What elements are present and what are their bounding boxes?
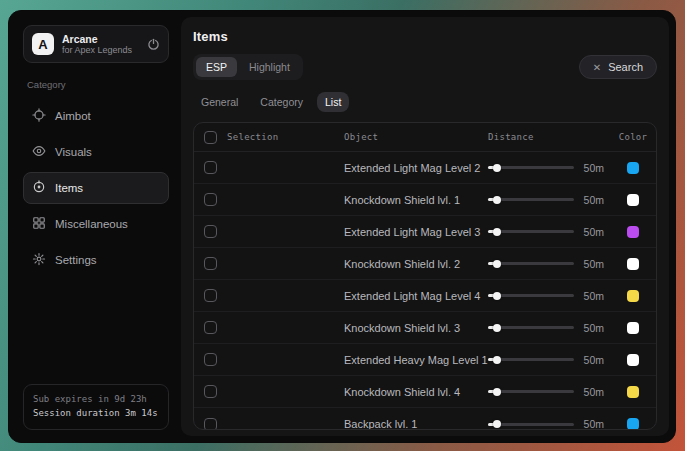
slider-thumb[interactable]	[493, 388, 501, 396]
slider-thumb[interactable]	[493, 420, 501, 428]
object-name: Knockdown Shield lvl. 3	[344, 322, 488, 334]
table-row: Knockdown Shield lvl. 1 50m	[194, 184, 656, 216]
grid-icon	[32, 216, 46, 232]
object-name: Knockdown Shield lvl. 4	[344, 386, 488, 398]
sidebar: A Arcane for Apex Legends Category Aimbo…	[15, 17, 175, 436]
tab-highlight[interactable]: Highlight	[239, 57, 300, 77]
app-header-card: A Arcane for Apex Legends	[23, 25, 169, 63]
subscription-info-card: Sub expires in 9d 23h Session duration 3…	[23, 384, 169, 430]
slider-thumb[interactable]	[493, 228, 501, 236]
distance-value: 50m	[584, 162, 604, 174]
distance-slider[interactable]	[488, 198, 574, 201]
object-name: Backpack lvl. 1	[344, 418, 488, 430]
table-row: Extended Light Mag Level 3 50m	[194, 216, 656, 248]
row-checkbox[interactable]	[204, 353, 217, 366]
distance-value: 50m	[584, 290, 604, 302]
row-checkbox[interactable]	[204, 193, 217, 206]
color-swatch[interactable]	[627, 226, 639, 238]
object-name: Extended Light Mag Level 3	[344, 226, 488, 238]
row-checkbox[interactable]	[204, 321, 217, 334]
row-checkbox[interactable]	[204, 161, 217, 174]
distance-slider[interactable]	[488, 423, 574, 426]
session-duration-text: Session duration 3m 14s	[33, 407, 159, 421]
color-swatch[interactable]	[627, 322, 639, 334]
mode-segmented-control: ESP Highlight	[193, 54, 303, 80]
color-swatch[interactable]	[627, 354, 639, 366]
tab-list[interactable]: List	[317, 92, 349, 112]
distance-slider[interactable]	[488, 358, 574, 361]
sidebar-item-label: Items	[55, 182, 83, 194]
slider-thumb[interactable]	[493, 196, 501, 204]
view-tabs: General Category List	[193, 92, 657, 112]
table-row: Knockdown Shield lvl. 4 50m	[194, 376, 656, 408]
distance-value: 50m	[584, 418, 604, 430]
table-row: Knockdown Shield lvl. 2 50m	[194, 248, 656, 280]
distance-slider[interactable]	[488, 166, 574, 169]
power-icon[interactable]	[147, 38, 160, 51]
tab-category[interactable]: Category	[252, 92, 311, 112]
sidebar-item-label: Settings	[55, 254, 97, 266]
table-row: Extended Light Mag Level 4 50m	[194, 280, 656, 312]
object-name: Extended Heavy Mag Level 1	[344, 354, 488, 366]
color-swatch[interactable]	[627, 162, 639, 174]
search-button-label: Search	[608, 61, 643, 73]
color-swatch[interactable]	[627, 418, 639, 430]
row-checkbox[interactable]	[204, 385, 217, 398]
object-name: Extended Light Mag Level 4	[344, 290, 488, 302]
close-icon: ✕	[593, 62, 601, 73]
distance-value: 50m	[584, 354, 604, 366]
row-checkbox[interactable]	[204, 289, 217, 302]
object-name: Extended Light Mag Level 2	[344, 162, 488, 174]
row-checkbox[interactable]	[204, 257, 217, 270]
distance-slider[interactable]	[488, 326, 574, 329]
table-row: Extended Heavy Mag Level 1 50m	[194, 344, 656, 376]
sidebar-item-aimbot[interactable]: Aimbot	[23, 100, 169, 132]
column-header-selection: Selection	[227, 132, 278, 142]
page-title: Items	[193, 29, 657, 44]
row-checkbox[interactable]	[204, 418, 217, 431]
select-all-checkbox[interactable]	[204, 131, 217, 144]
table-row: Knockdown Shield lvl. 3 50m	[194, 312, 656, 344]
slider-thumb[interactable]	[493, 324, 501, 332]
app-logo: A	[32, 33, 54, 55]
distance-slider[interactable]	[488, 294, 574, 297]
sidebar-item-settings[interactable]: Settings	[23, 244, 169, 276]
eye-icon	[32, 144, 46, 160]
slider-thumb[interactable]	[493, 260, 501, 268]
crosshair-icon	[32, 108, 46, 124]
sidebar-item-label: Aimbot	[55, 110, 91, 122]
sidebar-item-visuals[interactable]: Visuals	[23, 136, 169, 168]
category-section-label: Category	[27, 79, 169, 90]
target-icon	[32, 180, 46, 196]
distance-value: 50m	[584, 258, 604, 270]
app-window: A Arcane for Apex Legends Category Aimbo…	[8, 10, 676, 443]
slider-thumb[interactable]	[493, 164, 501, 172]
color-swatch[interactable]	[627, 258, 639, 270]
sidebar-nav: Aimbot Visuals Items	[23, 100, 169, 276]
slider-thumb[interactable]	[493, 356, 501, 364]
main-panel: Items ESP Highlight ✕ Search General Cat…	[181, 17, 669, 436]
object-name: Knockdown Shield lvl. 2	[344, 258, 488, 270]
distance-value: 50m	[584, 194, 604, 206]
sidebar-item-label: Miscellaneous	[55, 218, 128, 230]
search-button[interactable]: ✕ Search	[579, 55, 657, 79]
items-table: Selection Object Distance Color Extended…	[193, 122, 657, 430]
tab-general[interactable]: General	[193, 92, 246, 112]
column-header-object: Object	[344, 132, 488, 142]
tab-esp[interactable]: ESP	[196, 57, 237, 77]
column-header-distance: Distance	[488, 132, 610, 142]
distance-slider[interactable]	[488, 230, 574, 233]
row-checkbox[interactable]	[204, 225, 217, 238]
sidebar-item-miscellaneous[interactable]: Miscellaneous	[23, 208, 169, 240]
color-swatch[interactable]	[627, 290, 639, 302]
gear-icon	[32, 252, 46, 268]
color-swatch[interactable]	[627, 194, 639, 206]
distance-value: 50m	[584, 386, 604, 398]
table-body: Extended Light Mag Level 2 50m Knockdown…	[194, 152, 656, 430]
sidebar-item-items[interactable]: Items	[23, 172, 169, 204]
distance-slider[interactable]	[488, 390, 574, 393]
slider-thumb[interactable]	[493, 292, 501, 300]
distance-slider[interactable]	[488, 262, 574, 265]
sidebar-item-label: Visuals	[55, 146, 92, 158]
color-swatch[interactable]	[627, 386, 639, 398]
